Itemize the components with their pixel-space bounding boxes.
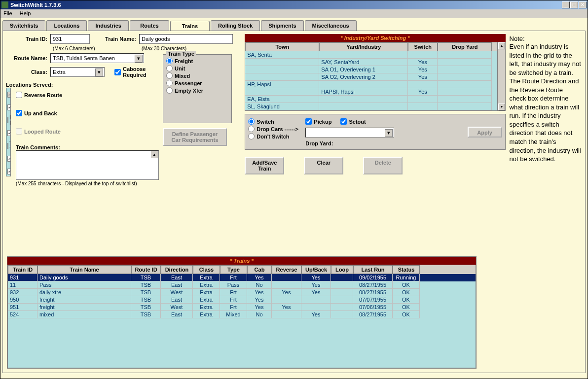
maximize-button[interactable]: □: [570, 1, 578, 8]
column-header[interactable]: Train Name: [37, 265, 131, 274]
table-row[interactable]: SAY, SentaYardYes: [245, 59, 497, 66]
pickup-label: Pickup: [314, 119, 331, 125]
column-header[interactable]: Town: [245, 42, 319, 51]
class-combo[interactable]: Extra: [50, 67, 105, 77]
switching-grid[interactable]: TownYard/IndustrySwitchDrop Yard SA, Sen…: [245, 42, 497, 111]
upback-label: Up and Back: [24, 110, 57, 116]
app-icon: [1, 1, 8, 8]
table-row[interactable]: 951freightTSBWestExtraFrtYesYes07/06/195…: [8, 304, 476, 311]
scroll-down-icon[interactable]: ▾: [498, 103, 505, 110]
scroll-up-icon[interactable]: ▴: [498, 42, 505, 49]
column-header[interactable]: Route ID: [131, 265, 161, 274]
switchopt-radio[interactable]: Drop Cars ------>: [248, 126, 302, 132]
caboose-checkbox[interactable]: [114, 69, 121, 75]
table-row[interactable]: 950freightTSBEastExtraFrtYes07/07/1955OK: [8, 296, 476, 304]
tab-locations[interactable]: Locations: [46, 20, 87, 31]
drop-cars-combo[interactable]: [305, 128, 394, 138]
tab-miscellaneous[interactable]: Miscellaneous: [305, 20, 357, 31]
table-row[interactable]: HP, Hapsi: [245, 81, 497, 88]
apply-button: Apply: [468, 127, 502, 138]
list-item[interactable]: ✓SA, Senta: [6, 88, 10, 101]
traintype-passenger[interactable]: Passenger: [166, 80, 228, 86]
tab-panel-trains: Train ID: Train Name: (Max 6 Characters)…: [2, 31, 586, 373]
switching-title: * Industry/Yard Switching *: [245, 34, 505, 42]
table-row[interactable]: SA O2, Overlevering 2Yes: [245, 73, 497, 81]
list-item[interactable]: ✓TD, Tulldal: [6, 152, 10, 165]
class-label: Class:: [6, 69, 50, 75]
content-area: SwitchlistsLocationsIndustriesRoutesTrai…: [0, 18, 588, 379]
train-name-input[interactable]: [139, 34, 233, 44]
tab-industries[interactable]: Industries: [88, 20, 129, 31]
list-item[interactable]: EA, Eista: [6, 114, 10, 127]
column-header[interactable]: Status: [393, 265, 420, 274]
looped-label: Looped Route: [24, 129, 61, 135]
comments-hint: (Max 255 characters - Displayed at the t…: [16, 181, 159, 186]
traintype-unit[interactable]: Unit: [166, 65, 228, 71]
add-save-button[interactable]: Add/Save Train: [245, 157, 284, 174]
define-passenger-button: Define Passenger Car Requirements: [163, 128, 227, 146]
column-header[interactable]: Up/Back: [301, 265, 331, 274]
tab-shipments[interactable]: Shipments: [261, 20, 303, 31]
table-row[interactable]: EA, Eista: [245, 96, 497, 103]
note-panel: Note: Even if an industry is listed in t…: [509, 34, 583, 186]
list-item[interactable]: TS, Tulstad: [6, 139, 10, 152]
route-name-combo[interactable]: TSB, Tuldall Senta Banen: [50, 53, 144, 63]
column-header[interactable]: Loop: [331, 265, 353, 274]
column-header[interactable]: Last Run: [353, 265, 393, 274]
menu-help[interactable]: Help: [20, 10, 31, 16]
pickup-checkbox[interactable]: [305, 118, 312, 125]
setout-checkbox[interactable]: [340, 118, 347, 125]
tab-strip: SwitchlistsLocationsIndustriesRoutesTrai…: [2, 20, 586, 31]
clear-button[interactable]: Clear: [304, 157, 343, 174]
table-row[interactable]: HAPSI, HapsiYes: [245, 88, 497, 96]
table-row[interactable]: 524mixedTSBEastExtraMixedNoYes08/27/1955…: [8, 311, 476, 318]
traintype-freight[interactable]: Freight: [166, 58, 228, 64]
tab-switchlists[interactable]: Switchlists: [2, 20, 45, 31]
table-row[interactable]: SL, Skaglund: [245, 103, 497, 110]
route-name-label: Route Name:: [6, 55, 50, 61]
upback-checkbox[interactable]: [16, 110, 22, 116]
list-item[interactable]: ✓TS, Tulstad: [6, 165, 10, 176]
column-header[interactable]: Yard/Industry: [319, 42, 408, 51]
train-form: Train ID: Train Name: (Max 6 Characters)…: [6, 34, 242, 186]
reverse-checkbox[interactable]: [16, 92, 22, 98]
menubar: File Help: [0, 9, 588, 18]
column-header[interactable]: Reverse: [272, 265, 301, 274]
comments-textarea[interactable]: [16, 150, 159, 180]
table-row[interactable]: 932daily xtreTSBWestExtraFrtYesYesYes08/…: [8, 289, 476, 296]
train-id-hint: (Max 6 Characters): [53, 46, 97, 51]
table-row[interactable]: 11PassTSBEastExtraPassNoYes08/27/1955OK: [8, 281, 476, 289]
tab-rolling-stock[interactable]: Rolling Stock: [211, 20, 260, 31]
close-button[interactable]: ×: [579, 1, 587, 8]
switch-radio-group: SwitchDrop Cars ------>Don't Switch: [248, 117, 302, 146]
column-header[interactable]: Drop Yard: [438, 42, 492, 51]
column-header[interactable]: Type: [220, 265, 247, 274]
list-item[interactable]: ✓SL, Skaglund: [6, 127, 10, 139]
train-id-input[interactable]: [50, 34, 90, 44]
list-item[interactable]: ✓HP, Hapsi: [6, 101, 10, 114]
trains-grid[interactable]: Train IDTrain NameRoute IDDirectionClass…: [7, 265, 476, 368]
locations-listbox[interactable]: ✓SA, Senta✓HP, HapsiEA, Eista✓SL, Skaglu…: [6, 88, 11, 176]
switching-scrollbar[interactable]: ▴ ▾: [498, 42, 506, 111]
switchopt-radio[interactable]: Switch: [248, 118, 302, 125]
table-row[interactable]: SA O1, Overlevering 1Yes: [245, 66, 497, 73]
column-header[interactable]: Direction: [161, 265, 193, 274]
note-heading: Note:: [510, 35, 582, 42]
tab-trains[interactable]: Trains: [170, 21, 210, 31]
looped-checkbox: [16, 128, 22, 135]
column-header[interactable]: Cab: [247, 265, 272, 274]
column-header[interactable]: Class: [193, 265, 220, 274]
dropyard-label: Drop Yard:: [305, 140, 394, 146]
column-header[interactable]: Train ID: [8, 265, 37, 274]
table-row[interactable]: SA, Senta: [245, 51, 497, 59]
column-header[interactable]: Switch: [408, 42, 438, 51]
trains-grid-panel: * Trains * Train IDTrain NameRoute IDDir…: [7, 256, 477, 369]
table-row[interactable]: 931Daily goodsTSBEastExtraFrtYesYes09/02…: [8, 274, 476, 281]
traintype-empty-xfer[interactable]: Empty Xfer: [166, 87, 228, 94]
menu-file[interactable]: File: [3, 10, 12, 16]
traintype-mixed[interactable]: Mixed: [166, 72, 228, 79]
train-type-group: Train Type FreightUnitMixedPassengerEmpt…: [163, 54, 232, 123]
tab-routes[interactable]: Routes: [130, 20, 169, 31]
minimize-button[interactable]: _: [562, 1, 570, 8]
switchopt-radio[interactable]: Don't Switch: [248, 133, 302, 139]
